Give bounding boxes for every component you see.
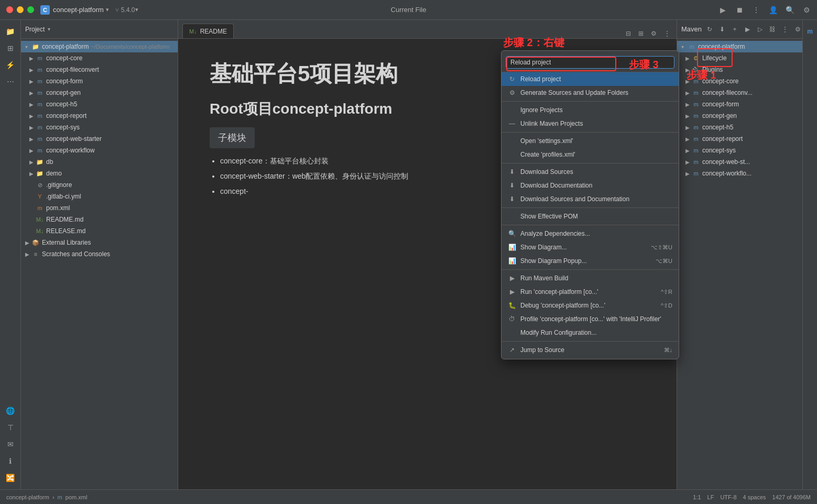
- context-item-open-settings[interactable]: Open 'settings.xml': [502, 134, 679, 148]
- tree-item-gen[interactable]: ▶ m concept-gen: [21, 87, 178, 98]
- context-item-download-sources[interactable]: ⬇ Download Sources: [502, 165, 679, 179]
- context-item-effective-pom[interactable]: Show Effective POM: [502, 210, 679, 223]
- maven-core-icon: m: [692, 77, 700, 85]
- maven-web-st[interactable]: ▶ m concept-web-st...: [677, 156, 802, 168]
- status-line-col[interactable]: 1:1: [693, 494, 701, 500]
- sidebar-bottom-5[interactable]: 🔀: [3, 470, 18, 485]
- stop-icon[interactable]: ⏹: [735, 6, 744, 14]
- tree-root[interactable]: ▾ 📁 concept-platform ~/Documents/concept…: [21, 41, 178, 52]
- tree-item-report[interactable]: ▶ m concept-report: [21, 110, 178, 122]
- tree-item-web-starter[interactable]: ▶ m concept-web-starter: [21, 133, 178, 145]
- close-button[interactable]: [6, 6, 13, 13]
- context-item-download-docs[interactable]: ⬇ Download Documentation: [502, 179, 679, 192]
- context-search-input[interactable]: [506, 56, 674, 69]
- maven-run-btn[interactable]: ▶: [742, 24, 753, 35]
- context-item-run-cp[interactable]: ▶ Run 'concept-platform [co...' ^⇧R: [502, 285, 679, 299]
- editor-settings-button[interactable]: ⚙: [649, 29, 659, 38]
- maven-fileconv[interactable]: ▶ m concept-fileconv...: [677, 87, 802, 98]
- tree-item-db[interactable]: ▶ 📁 db: [21, 156, 178, 168]
- maven-root[interactable]: ▾ m concept-platform: [677, 41, 802, 52]
- editor-more-button[interactable]: ⋮: [662, 29, 672, 38]
- tree-item-demo[interactable]: ▶ 📁 demo: [21, 168, 178, 179]
- maven-download-btn[interactable]: ⬇: [716, 24, 728, 35]
- tab-readme[interactable]: M↓ README: [182, 24, 234, 38]
- branch-dropdown[interactable]: ▾: [135, 6, 138, 13]
- status-line-ending[interactable]: LF: [707, 494, 714, 500]
- context-item-ignore[interactable]: Ignore Projects: [502, 103, 679, 117]
- db-label: db: [46, 158, 53, 166]
- maven-link-btn[interactable]: ⛓: [767, 24, 778, 35]
- run-icon[interactable]: ▶: [718, 6, 727, 14]
- tree-item-readme[interactable]: ▶ M↓ README.md: [21, 214, 178, 225]
- split-vertical-button[interactable]: ⊞: [636, 29, 646, 38]
- tree-item-release[interactable]: ▶ M↓ RELEASE.md: [21, 225, 178, 237]
- maven-plugins[interactable]: ▶ 🔌 Plugins: [677, 64, 802, 75]
- sidebar-structure-icon[interactable]: ⊞: [3, 41, 18, 56]
- maven-h5[interactable]: ▶ m concept-h5: [677, 122, 802, 133]
- maven-core-label: concept-core: [702, 78, 738, 85]
- context-item-diagram[interactable]: 📊 Show Diagram... ⌥⇧⌘U: [502, 240, 679, 254]
- pom-label: pom.xml: [46, 204, 70, 212]
- maven-core[interactable]: ▶ m concept-core: [677, 75, 802, 87]
- tree-item-external-libs[interactable]: ▶ 📦 External Libraries: [21, 237, 178, 248]
- sidebar-bottom-2[interactable]: ⊤: [3, 420, 18, 435]
- ci-file-icon: Y: [36, 192, 44, 201]
- maven-form[interactable]: ▶ m concept-form: [677, 98, 802, 110]
- project-dropdown[interactable]: ▾: [106, 6, 109, 13]
- tree-item-fileconvert[interactable]: ▶ m concept-fileconvert: [21, 64, 178, 75]
- context-item-diagram-popup[interactable]: 📊 Show Diagram Popup... ⌥⌘U: [502, 254, 679, 268]
- maven-sys[interactable]: ▶ m concept-sys: [677, 145, 802, 156]
- context-item-download-both[interactable]: ⬇ Download Sources and Documentation: [502, 192, 679, 206]
- current-file-label[interactable]: Current File: [391, 6, 427, 14]
- diagram-shortcut: ⌥⇧⌘U: [651, 244, 672, 251]
- sidebar-bottom-1[interactable]: 🌐: [3, 403, 18, 418]
- maven-more-btn[interactable]: ⋮: [779, 24, 791, 35]
- maven-workflow[interactable]: ▶ m concept-workflo...: [677, 168, 802, 179]
- maven-report[interactable]: ▶ m concept-report: [677, 133, 802, 145]
- editor-tabs: M↓ README ⊟ ⊞ ⚙ ⋮: [178, 20, 677, 39]
- sidebar-more-icon[interactable]: ⋯: [3, 74, 18, 89]
- maven-reload-btn[interactable]: ↻: [704, 24, 715, 35]
- maven-run2-btn[interactable]: ▷: [754, 24, 766, 35]
- tree-item-gitlab-ci[interactable]: ▶ Y .gitlab-ci.yml: [21, 191, 178, 202]
- sidebar-bottom-3[interactable]: ✉: [3, 437, 18, 452]
- context-item-reload[interactable]: ↻ Reload project: [502, 72, 679, 86]
- project-panel-arrow[interactable]: ▾: [48, 26, 50, 32]
- search-icon[interactable]: 🔍: [786, 6, 794, 14]
- tree-item-pom[interactable]: ▶ m pom.xml: [21, 202, 178, 214]
- right-sidebar-icon[interactable]: m: [803, 24, 818, 39]
- person-icon[interactable]: 👤: [769, 6, 777, 14]
- context-item-generate[interactable]: ⚙ Generate Sources and Update Folders: [502, 86, 679, 100]
- split-horizontal-button[interactable]: ⊟: [624, 29, 633, 38]
- tree-item-h5[interactable]: ▶ m concept-h5: [21, 98, 178, 110]
- more-icon[interactable]: ⋮: [752, 6, 760, 14]
- context-item-analyze[interactable]: 🔍 Analyze Dependencies...: [502, 227, 679, 240]
- tree-item-workflow[interactable]: ▶ m concept-workflow: [21, 145, 178, 156]
- sidebar-project-icon[interactable]: 📁: [3, 24, 18, 39]
- context-item-run-maven[interactable]: ▶ Run Maven Build: [502, 271, 679, 285]
- maximize-button[interactable]: [27, 6, 34, 13]
- tree-item-core[interactable]: ▶ m concept-core: [21, 52, 178, 64]
- settings-icon[interactable]: ⚙: [802, 6, 811, 14]
- sidebar-bottom-4[interactable]: ℹ: [3, 454, 18, 468]
- maven-panel: Maven ↻ ⬇ + ▶ ▷ ⛓ ⋮ ⚙ ▾ m concept-platfo…: [677, 20, 802, 489]
- context-item-profile-cp[interactable]: ⏱ Profile 'concept-platform [co...' with…: [502, 312, 679, 326]
- tree-item-scratches[interactable]: ▶ ≡ Scratches and Consoles: [21, 248, 178, 260]
- scratches-icon: ≡: [31, 250, 40, 258]
- context-item-debug-cp[interactable]: 🐛 Debug 'concept-platform [co...' ^⇧D: [502, 299, 679, 312]
- tree-item-form[interactable]: ▶ m concept-form: [21, 75, 178, 87]
- context-item-modify-run[interactable]: Modify Run Configuration...: [502, 326, 679, 339]
- context-item-create-profiles[interactable]: Create 'profiles.xml': [502, 148, 679, 161]
- tree-item-sys[interactable]: ▶ m concept-sys: [21, 122, 178, 133]
- status-encoding[interactable]: UTF-8: [720, 494, 736, 500]
- minimize-button[interactable]: [17, 6, 24, 13]
- tree-item-gitignore[interactable]: ▶ ⊘ .gitignore: [21, 179, 178, 191]
- maven-add-btn[interactable]: +: [729, 24, 740, 35]
- context-item-jump-source[interactable]: ↗ Jump to Source ⌘↓: [502, 343, 679, 357]
- maven-lifecycle[interactable]: ▶ ⚙ Lifecycle: [677, 52, 802, 64]
- context-item-unlink[interactable]: — Unlink Maven Projects: [502, 117, 679, 130]
- maven-gen[interactable]: ▶ m concept-gen: [677, 110, 802, 122]
- status-indent[interactable]: 4 spaces: [743, 494, 766, 500]
- sidebar-plugins-icon[interactable]: ⚡: [3, 58, 18, 72]
- maven-settings-btn[interactable]: ⚙: [792, 24, 803, 35]
